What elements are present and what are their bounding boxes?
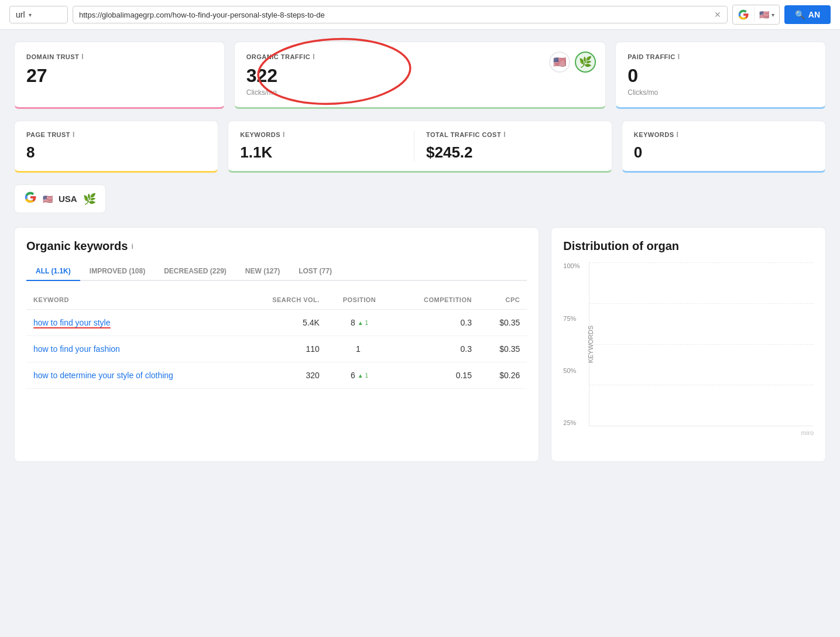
url-type-label: url: [16, 10, 25, 19]
competition-cell: 0.3: [392, 336, 479, 362]
col-cpc: CPC: [479, 290, 527, 310]
organic-traffic-value: 322: [246, 66, 594, 86]
keyword-cell: how to determine your style of clothing: [26, 362, 241, 389]
position-cell: 8 ▲ 1: [327, 310, 392, 336]
keyword-link[interactable]: how to find your fashion: [33, 344, 120, 354]
search-icon: 🔍: [795, 10, 805, 19]
keyword-cell: how to find your style: [26, 310, 241, 336]
arrow-up-icon: ▲ 1: [358, 320, 368, 326]
organic-traffic-wrapper: ORGANIC TRAFFIC i 322 Clicks/mo 🇺🇸 🌿: [234, 42, 606, 109]
chart-area: KEYWORDS miro: [589, 262, 814, 426]
search-vol-cell: 5.4K: [241, 310, 327, 336]
col-search-vol: SEARCH VOL.: [241, 290, 327, 310]
chevron-down-icon: ▾: [29, 12, 32, 18]
organic-keywords-title: Organic keywords i: [26, 239, 527, 253]
keyword-link[interactable]: how to find your style: [33, 318, 111, 327]
total-traffic-cost-value: $245.2: [426, 143, 600, 162]
organic-traffic-label: ORGANIC TRAFFIC i: [246, 53, 594, 61]
paid-keywords-value: 0: [634, 143, 814, 162]
organic-keywords-section: Organic keywords i ALL (1.1K) IMPROVED (…: [14, 227, 539, 462]
gridline-75: [589, 303, 814, 304]
competition-cell: 0.15: [392, 362, 479, 389]
y-label-75: 75%: [563, 315, 587, 322]
us-flag-button[interactable]: 🇺🇸: [549, 52, 570, 73]
metrics-row-bottom: PAGE TRUST i 8 KEYWORDS i 1.1K TOTAL TRA…: [14, 121, 826, 173]
info-icon[interactable]: i: [81, 53, 84, 61]
y-label-50: 50%: [563, 367, 587, 374]
keywords-label: KEYWORDS i: [240, 131, 414, 139]
info-icon[interactable]: i: [678, 53, 680, 61]
cpc-cell: $0.35: [479, 310, 527, 336]
domain-trust-value: 27: [26, 66, 212, 86]
us-flag-icon: 🇺🇸: [759, 10, 769, 19]
country-selector[interactable]: 🇺🇸 USA 🌿: [14, 184, 106, 213]
info-icon[interactable]: i: [73, 131, 75, 139]
keywords-card: KEYWORDS i 1.1K: [240, 131, 414, 162]
domain-trust-label: DOMAIN TRUST i: [26, 53, 212, 61]
arrow-up-icon: ▲ 1: [358, 372, 368, 379]
tab-decreased[interactable]: DECREASED (229): [155, 262, 236, 281]
table-row: how to determine your style of clothing …: [26, 362, 527, 389]
info-icon[interactable]: i: [313, 53, 315, 61]
chevron-down-icon: ▾: [772, 12, 774, 18]
gridline-25: [589, 385, 814, 385]
tab-improved[interactable]: IMPROVED (108): [80, 262, 155, 281]
info-icon[interactable]: i: [283, 131, 285, 139]
cpc-cell: $0.35: [479, 336, 527, 362]
metrics-row-top: DOMAIN TRUST i 27 ORGANIC TRAFFIC i 322 …: [14, 42, 826, 109]
keywords-tabs: ALL (1.1K) IMPROVED (108) DECREASED (229…: [26, 262, 527, 281]
leaf-icon: 🌿: [83, 193, 96, 206]
distribution-title: Distribution of organ: [563, 239, 814, 253]
y-axis-title: KEYWORDS: [587, 326, 594, 363]
gridline-100: [589, 262, 814, 263]
total-traffic-cost-label: TOTAL TRAFFIC COST i: [426, 131, 600, 139]
col-position: POSITION: [327, 290, 392, 310]
keyword-link[interactable]: how to determine your style of clothing: [33, 371, 173, 380]
url-type-select[interactable]: url ▾: [9, 6, 68, 23]
page-trust-value: 8: [26, 143, 206, 162]
cpc-cell: $0.26: [479, 362, 527, 389]
total-traffic-cost-card: TOTAL TRAFFIC COST i $245.2: [414, 131, 600, 162]
country-label: USA: [59, 194, 77, 204]
table-row: how to find your style 5.4K 8 ▲ 1 0.3 $0…: [26, 310, 527, 336]
url-text: https://globalimagegrp.com/how-to-find-y…: [79, 11, 711, 19]
paid-keywords-label: KEYWORDS i: [634, 131, 814, 139]
keywords-table: KEYWORD SEARCH VOL. POSITION COMPETITION…: [26, 290, 527, 389]
url-input-box[interactable]: https://globalimagegrp.com/how-to-find-y…: [73, 6, 728, 23]
paid-traffic-sub: Clicks/mo: [628, 88, 814, 97]
info-icon[interactable]: i: [677, 131, 679, 139]
col-keyword: KEYWORD: [26, 290, 241, 310]
keyword-cell: how to find your fashion: [26, 336, 241, 362]
flag-buttons: 🇺🇸 🌿: [549, 52, 596, 73]
google-search-group: 🇺🇸 ▾: [732, 5, 780, 25]
green-leaf-button[interactable]: 🌿: [575, 52, 596, 73]
google-g-icon: [24, 191, 37, 207]
keywords-value: 1.1K: [240, 143, 414, 162]
distribution-chart: 100% 75% 50% 25% KEYWORDS miro: [563, 262, 814, 450]
us-flag-icon: 🇺🇸: [43, 194, 53, 204]
position-cell: 1: [327, 336, 392, 362]
domain-trust-card: DOMAIN TRUST i 27: [14, 42, 225, 109]
gridline-50: [589, 344, 814, 345]
y-axis-labels: 100% 75% 50% 25%: [563, 262, 587, 426]
y-label-25: 25%: [563, 419, 587, 426]
col-competition: COMPETITION: [392, 290, 479, 310]
competition-cell: 0.3: [392, 310, 479, 336]
search-vol-cell: 320: [241, 362, 327, 389]
info-icon[interactable]: i: [131, 242, 133, 251]
flag-country-select[interactable]: 🇺🇸 ▾: [754, 6, 779, 23]
analyze-button[interactable]: 🔍 AN: [784, 5, 831, 24]
table-row: how to find your fashion 110 1 0.3 $0.35: [26, 336, 527, 362]
paid-traffic-label: PAID TRAFFIC i: [628, 53, 814, 61]
paid-traffic-card: PAID TRAFFIC i 0 Clicks/mo: [615, 42, 826, 109]
page-trust-card: PAGE TRUST i 8: [14, 121, 218, 173]
tab-lost[interactable]: LOST (77): [289, 262, 341, 281]
close-icon[interactable]: ✕: [714, 10, 721, 19]
keywords-traffic-group: KEYWORDS i 1.1K TOTAL TRAFFIC COST i $24…: [228, 121, 612, 173]
organic-traffic-sub: Clicks/mo: [246, 88, 594, 97]
info-icon[interactable]: i: [503, 131, 506, 139]
tab-all[interactable]: ALL (1.1K): [26, 262, 80, 281]
tab-new[interactable]: NEW (127): [236, 262, 289, 281]
google-icon: [733, 5, 754, 24]
main-content: DOMAIN TRUST i 27 ORGANIC TRAFFIC i 322 …: [0, 30, 840, 474]
